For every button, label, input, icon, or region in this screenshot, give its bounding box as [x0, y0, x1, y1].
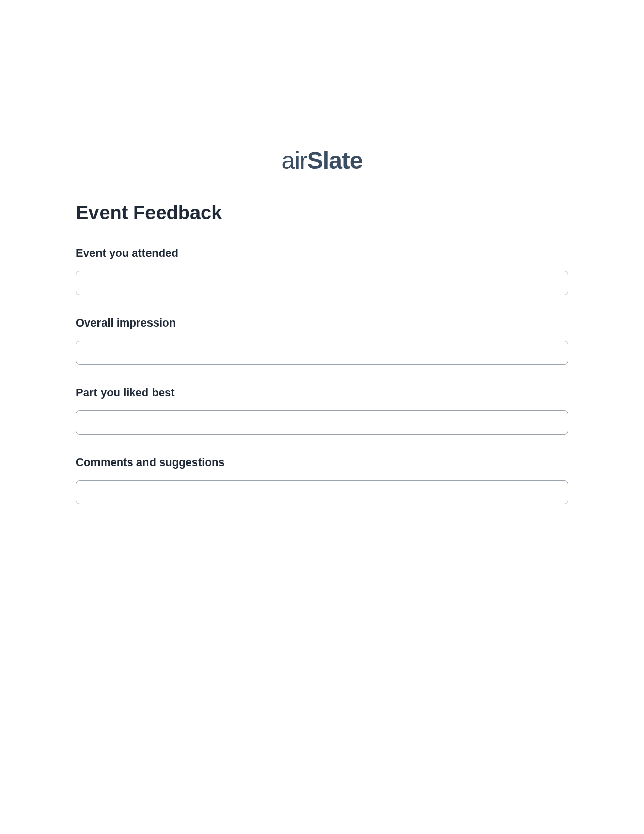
form-title: Event Feedback	[76, 202, 568, 224]
form-group-overall-impression: Overall impression	[76, 316, 568, 365]
logo-container: airSlate	[76, 147, 568, 174]
logo-text-air: air	[281, 147, 307, 174]
input-liked-best[interactable]	[76, 410, 568, 435]
airslate-logo: airSlate	[281, 147, 362, 174]
form-group-liked-best: Part you liked best	[76, 386, 568, 435]
page-container: airSlate Event Feedback Event you attend…	[0, 0, 644, 504]
input-event-attended[interactable]	[76, 271, 568, 295]
label-event-attended: Event you attended	[76, 247, 568, 260]
label-comments: Comments and suggestions	[76, 456, 568, 469]
label-liked-best: Part you liked best	[76, 386, 568, 399]
input-comments[interactable]	[76, 480, 568, 504]
form-group-event-attended: Event you attended	[76, 247, 568, 295]
label-overall-impression: Overall impression	[76, 316, 568, 330]
logo-text-slate: Slate	[307, 147, 363, 174]
form-group-comments: Comments and suggestions	[76, 456, 568, 504]
input-overall-impression[interactable]	[76, 341, 568, 365]
